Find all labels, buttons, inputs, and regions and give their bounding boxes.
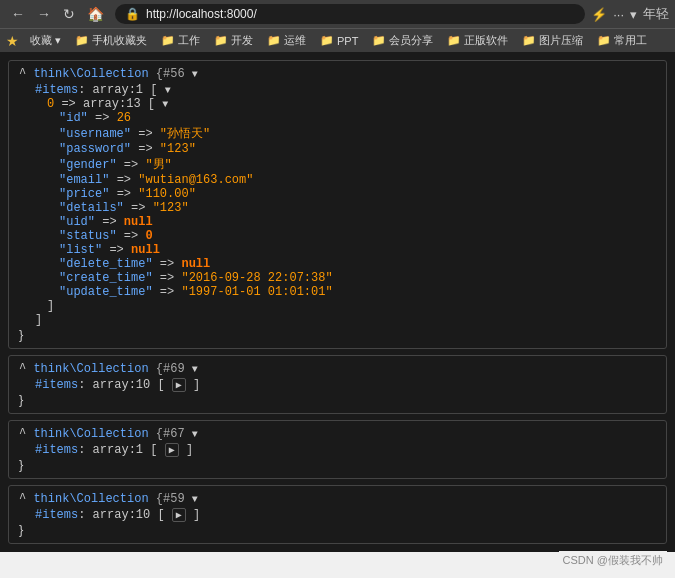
col4-close-brace: } — [19, 522, 656, 537]
col2-close-brace: } — [19, 392, 656, 407]
items-expand-4[interactable]: ▶ — [172, 508, 186, 522]
menu-dots[interactable]: ··· — [613, 7, 624, 22]
bookmark-ppt-label: PPT — [337, 35, 358, 47]
collapse-1[interactable]: ▼ — [192, 69, 198, 80]
items-line-2: #items: array:10 [ ▶ ] — [23, 378, 656, 392]
entry-collapse[interactable]: ▼ — [162, 99, 168, 110]
caret-4: ^ — [19, 492, 33, 506]
back-button[interactable]: ← — [6, 4, 30, 24]
collapse-4[interactable]: ▼ — [192, 494, 198, 505]
items-expand-3[interactable]: ▶ — [165, 443, 179, 457]
caret-3: ^ — [19, 427, 33, 441]
refresh-button[interactable]: ↻ — [58, 4, 80, 24]
hash-id-4: {#59 — [149, 492, 192, 506]
folder-icon: 📁 — [75, 34, 89, 47]
collection-block-1: ^ think\Collection {#56 ▼ #items: array:… — [8, 60, 667, 349]
folder-icon-dev: 📁 — [214, 34, 228, 47]
folder-icon-share: 📁 — [372, 34, 386, 47]
items-line-1: #items: array:1 [ ▼ — [23, 83, 656, 97]
field-price: "price" => "110.00" — [23, 187, 656, 201]
col3-close-brace: } — [19, 457, 656, 472]
collections-label: 收藏 — [30, 33, 52, 48]
folder-icon-ops: 📁 — [267, 34, 281, 47]
collection-body-3: #items: array:1 [ ▶ ] — [19, 443, 656, 457]
folder-icon-ppt: 📁 — [320, 34, 334, 47]
bookmark-mobile[interactable]: 📁 手机收藏夹 — [72, 32, 150, 49]
collection-name-4: think\Collection — [33, 492, 148, 506]
browser-chrome: ← → ↻ 🏠 🔒 http://localhost:8000/ ⚡ ··· ▾… — [0, 0, 675, 52]
home-button[interactable]: 🏠 — [82, 4, 109, 24]
lightning-icon[interactable]: ⚡ — [591, 7, 607, 22]
folder-icon-compress: 📁 — [522, 34, 536, 47]
items-close-bracket: ] — [23, 313, 656, 327]
collection-name-3: think\Collection — [33, 427, 148, 441]
col1-close-brace: } — [19, 327, 656, 342]
bookmark-dev-label: 开发 — [231, 33, 253, 48]
field-password: "password" => "123" — [23, 142, 656, 156]
collapse-2[interactable]: ▼ — [192, 364, 198, 375]
collection-block-3: ^ think\Collection {#67 ▼ #items: array:… — [8, 420, 667, 479]
bookmark-software[interactable]: 📁 正版软件 — [444, 32, 511, 49]
field-delete-time: "delete_time" => null — [23, 257, 656, 271]
caret-2: ^ — [19, 362, 33, 376]
bookmark-work[interactable]: 📁 工作 — [158, 32, 203, 49]
folder-icon-common: 📁 — [597, 34, 611, 47]
items-collapse-1[interactable]: ▼ — [165, 85, 171, 96]
items-line-3: #items: array:1 [ ▶ ] — [23, 443, 656, 457]
collection-body-2: #items: array:10 [ ▶ ] — [19, 378, 656, 392]
collection-body-4: #items: array:10 [ ▶ ] — [19, 508, 656, 522]
field-status: "status" => 0 — [23, 229, 656, 243]
folder-icon-work: 📁 — [161, 34, 175, 47]
collection-name-1: think\Collection — [33, 67, 148, 81]
bookmark-mobile-label: 手机收藏夹 — [92, 33, 147, 48]
entry-0-header: 0 => array:13 [ ▼ — [23, 97, 656, 111]
bookmark-software-label: 正版软件 — [464, 33, 508, 48]
bookmark-compress[interactable]: 📁 图片压缩 — [519, 32, 586, 49]
collection-name-2: think\Collection — [33, 362, 148, 376]
bookmark-ppt[interactable]: 📁 PPT — [317, 33, 361, 48]
hash-id-2: {#69 — [149, 362, 192, 376]
caret-1: ^ — [19, 67, 33, 81]
bookmark-share[interactable]: 📁 会员分享 — [369, 32, 436, 49]
bookmark-work-label: 工作 — [178, 33, 200, 48]
dropdown-arrow[interactable]: ▾ — [630, 7, 637, 22]
nav-buttons: ← → ↻ 🏠 — [6, 4, 109, 24]
field-list: "list" => null — [23, 243, 656, 257]
field-gender: "gender" => "男" — [23, 156, 656, 173]
entry-close-bracket: ] — [23, 299, 656, 313]
search-label: 年轻 — [643, 5, 669, 23]
secure-icon: 🔒 — [125, 7, 140, 21]
bookmarks-bar: ★ 收藏 ▾ 📁 手机收藏夹 📁 工作 📁 开发 📁 运维 📁 PPT 📁 会员… — [0, 28, 675, 52]
collection-block-2: ^ think\Collection {#69 ▼ #items: array:… — [8, 355, 667, 414]
collection-header-2: ^ think\Collection {#69 ▼ — [19, 362, 656, 376]
content-area: ^ think\Collection {#56 ▼ #items: array:… — [0, 52, 675, 552]
collection-body-1: #items: array:1 [ ▼ 0 => array:13 [ ▼ "i… — [19, 83, 656, 327]
items-expand-2[interactable]: ▶ — [172, 378, 186, 392]
collection-header-3: ^ think\Collection {#67 ▼ — [19, 427, 656, 441]
items-line-4: #items: array:10 [ ▶ ] — [23, 508, 656, 522]
collection-header-1: ^ think\Collection {#56 ▼ — [19, 67, 656, 81]
address-bar[interactable]: 🔒 http://localhost:8000/ — [115, 4, 585, 24]
bookmark-collections[interactable]: 收藏 ▾ — [27, 32, 64, 49]
url-text: http://localhost:8000/ — [146, 7, 575, 21]
field-update-time: "update_time" => "1997-01-01 01:01:01" — [23, 285, 656, 299]
collection-block-4: ^ think\Collection {#59 ▼ #items: array:… — [8, 485, 667, 544]
field-id: "id" => 26 — [23, 111, 656, 125]
bookmark-ops[interactable]: 📁 运维 — [264, 32, 309, 49]
bookmark-ops-label: 运维 — [284, 33, 306, 48]
browser-toolbar: ← → ↻ 🏠 🔒 http://localhost:8000/ ⚡ ··· ▾… — [0, 0, 675, 28]
bookmark-dev[interactable]: 📁 开发 — [211, 32, 256, 49]
collections-dropdown: ▾ — [55, 34, 61, 47]
field-email: "email" => "wutian@163.com" — [23, 173, 656, 187]
star-icon: ★ — [6, 33, 19, 49]
collapse-3[interactable]: ▼ — [192, 429, 198, 440]
field-uid: "uid" => null — [23, 215, 656, 229]
hash-id-3: {#67 — [149, 427, 192, 441]
toolbar-right: ⚡ ··· ▾ 年轻 — [591, 5, 669, 23]
bookmark-common[interactable]: 📁 常用工 — [594, 32, 650, 49]
field-details: "details" => "123" — [23, 201, 656, 215]
folder-icon-software: 📁 — [447, 34, 461, 47]
forward-button[interactable]: → — [32, 4, 56, 24]
hash-id-1: {#56 — [149, 67, 192, 81]
field-username: "username" => "孙悟天" — [23, 125, 656, 142]
